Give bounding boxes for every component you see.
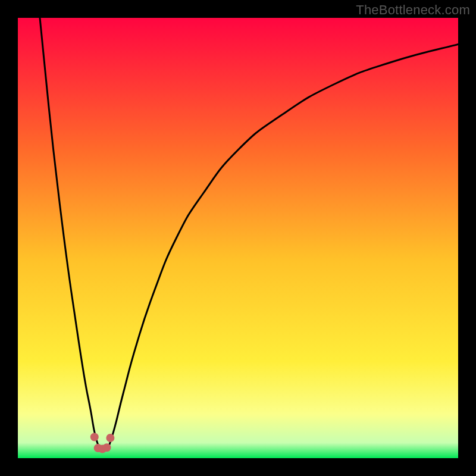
chart-svg [18,18,458,458]
cusp-marker [90,433,99,441]
chart-frame: TheBottleneck.com [0,0,476,476]
cusp-marker [102,443,111,452]
watermark-text: TheBottleneck.com [356,2,470,18]
plot-area [18,18,458,458]
gradient-background [18,18,458,458]
cusp-marker [106,434,114,442]
